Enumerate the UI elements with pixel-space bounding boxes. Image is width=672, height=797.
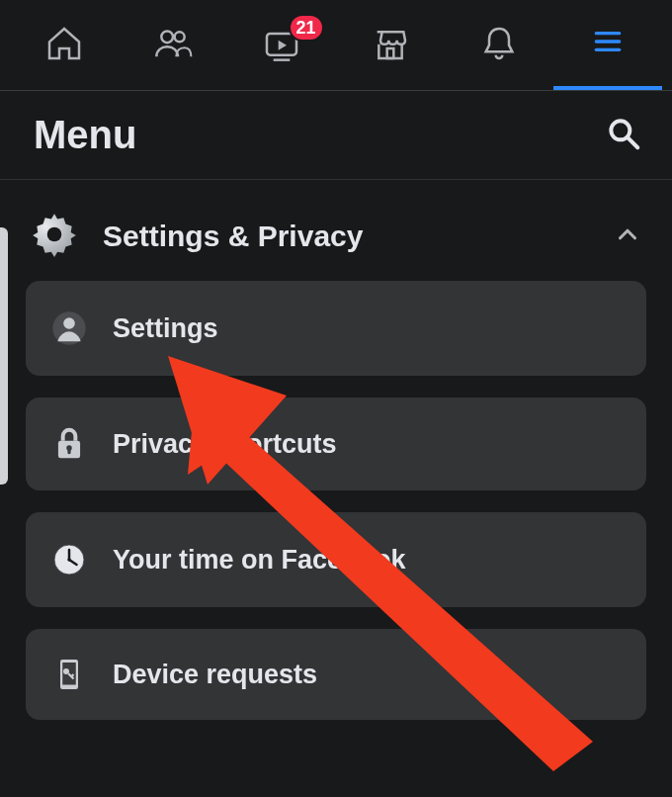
top-nav: 21: [0, 0, 672, 91]
row-label: Device requests: [113, 660, 317, 690]
row-your-time[interactable]: Your time on Facebook: [26, 512, 646, 607]
page-header: Menu: [0, 91, 672, 180]
svg-point-0: [161, 31, 173, 43]
marketplace-icon: [371, 24, 410, 67]
search-button[interactable]: [605, 115, 642, 156]
svg-line-25: [71, 674, 73, 676]
row-label: Privacy shortcuts: [113, 429, 337, 460]
bell-icon: [479, 24, 519, 67]
settings-privacy-header[interactable]: Settings & Privacy: [20, 194, 652, 281]
person-circle-icon: [47, 309, 91, 348]
svg-point-23: [63, 668, 69, 674]
friends-icon: [153, 24, 193, 67]
search-icon: [605, 138, 642, 155]
gear-icon: [30, 210, 79, 263]
nav-menu[interactable]: [553, 0, 662, 90]
row-privacy-shortcuts[interactable]: Privacy shortcuts: [26, 398, 646, 490]
svg-point-20: [67, 558, 70, 561]
lock-icon: [47, 425, 91, 463]
device-key-icon: [47, 657, 91, 692]
section-title: Settings & Privacy: [103, 220, 613, 253]
svg-rect-4: [387, 48, 394, 58]
svg-line-9: [629, 137, 638, 147]
hamburger-icon: [588, 22, 628, 65]
nav-watch[interactable]: 21: [227, 0, 336, 90]
home-icon: [44, 24, 84, 67]
row-label: Your time on Facebook: [113, 545, 406, 576]
nav-marketplace[interactable]: [336, 0, 445, 90]
chevron-up-icon: [613, 220, 642, 253]
nav-friends[interactable]: [119, 0, 227, 90]
svg-point-1: [175, 32, 185, 42]
page-title: Menu: [34, 113, 136, 157]
watch-badge: 21: [289, 14, 324, 42]
row-settings[interactable]: Settings: [26, 281, 646, 376]
nav-home[interactable]: [10, 0, 119, 90]
row-device-requests[interactable]: Device requests: [26, 629, 646, 720]
svg-point-12: [63, 317, 75, 329]
scroll-indicator: [0, 227, 8, 485]
row-label: Settings: [113, 313, 218, 344]
svg-point-10: [47, 227, 62, 242]
clock-icon: [47, 540, 91, 579]
settings-privacy-section: Settings & Privacy Settings Pri: [0, 180, 672, 720]
nav-notifications[interactable]: [445, 0, 553, 90]
svg-rect-15: [67, 449, 70, 455]
